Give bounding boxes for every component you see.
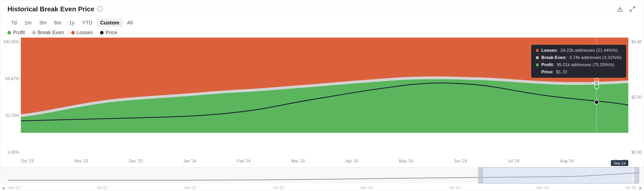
tooltip-breakeven-dot [536, 56, 539, 59]
filter-6m[interactable]: 6m [51, 19, 65, 27]
tooltip-profit-dot [536, 63, 539, 66]
tooltip-profit-value: 85.01k addresses (75.25%%) [557, 62, 614, 67]
legend-breakeven-label: Break Even [38, 30, 64, 36]
svg-point-12 [594, 100, 599, 104]
legend-losses: Losses [71, 30, 93, 36]
navigator-right-handle[interactable] [634, 167, 639, 184]
y-label-r-0: $0.00 [631, 150, 642, 155]
tooltip-price-row: Price: $1.70 [536, 70, 622, 75]
losses-dot [71, 31, 75, 34]
filter-custom[interactable]: Custom [97, 19, 123, 27]
scroll-right-arrow[interactable]: ▶ [639, 186, 642, 190]
x-label-dec23: Dec '23 [129, 159, 143, 163]
breakeven-dot [32, 31, 36, 34]
profit-dot [7, 31, 11, 34]
y-label-0: 0.00% [2, 150, 19, 155]
card-header: Historical Break Even Price i [0, 0, 644, 16]
y-label-r-2: $2.00 [631, 95, 642, 100]
x-label-oct23: Oct '23 [21, 159, 34, 163]
navigator-left-handle[interactable] [478, 167, 483, 184]
filter-ytd[interactable]: YTD [79, 19, 96, 27]
x-label-jul24: Jul '24 [508, 159, 519, 163]
svg-line-1 [633, 7, 635, 8]
x-label-jan24: Jan '24 [183, 159, 196, 163]
x-label-may24: May '24 [399, 159, 413, 163]
x-label-jun24: Jun '24 [454, 159, 467, 163]
legend-losses-label: Losses [77, 30, 93, 36]
tooltip-losses-dot [536, 49, 539, 52]
price-dot [100, 31, 104, 34]
scroll-left-arrow[interactable]: ◀ [2, 186, 5, 190]
main-chart-area[interactable]: 100.00% 66.67% 33.33% 0.00% $4.00 $2.00 … [0, 38, 644, 167]
filter-7d[interactable]: 7d [7, 19, 20, 27]
legend-price: Price [100, 30, 117, 36]
time-filter-row: 7d 1m 3m 6m 1y YTD Custom All [0, 16, 644, 29]
title-area: Historical Break Even Price i [7, 5, 103, 13]
legend-profit-label: Profit [13, 30, 25, 36]
x-label-nov23: Nov '23 [74, 159, 88, 163]
card-title: Historical Break Even Price [7, 5, 94, 13]
x-label-aug24: Aug '24 [560, 159, 574, 163]
y-axis-right: $4.00 $2.00 $0.00 [631, 38, 642, 157]
x-label-feb24: Feb '24 [237, 159, 251, 163]
legend-profit: Profit [7, 30, 25, 36]
y-label-66: 66.67% [2, 76, 19, 81]
tooltip-profit-label: Profit: [541, 62, 554, 67]
tooltip-losses-label: Losses: [541, 48, 558, 53]
y-axis-left: 100.00% 66.67% 33.33% 0.00% [0, 38, 21, 157]
download-button[interactable] [616, 5, 624, 13]
tooltip-profit-row: Profit: 85.01k addresses (75.25%%) [536, 62, 622, 67]
svg-point-11 [594, 84, 599, 89]
info-icon[interactable]: i [97, 6, 103, 12]
legend-row: Profit Break Even Losses Price [0, 29, 644, 38]
x-label-mar24: Mar '24 [291, 159, 305, 163]
navigator-area[interactable]: Jan '21 Jul '21 Jan '22 Jul '22 Jan '23 … [0, 167, 644, 191]
filter-1y[interactable]: 1y [66, 19, 78, 27]
tooltip-price-value: $1.70 [556, 70, 567, 75]
scroll-arrows: ◀ ▶ [0, 185, 644, 191]
filter-3m[interactable]: 3m [36, 19, 50, 27]
legend-breakeven: Break Even [32, 30, 64, 36]
card-actions [616, 5, 637, 13]
filter-all[interactable]: All [123, 19, 136, 27]
svg-line-2 [630, 10, 632, 11]
x-label-apr24: Apr '24 [345, 159, 358, 163]
date-badge: Sep 24 [611, 160, 628, 166]
y-label-33: 33.33% [2, 113, 19, 118]
tooltip-price-label: Price: [541, 70, 554, 75]
filter-1m[interactable]: 1m [21, 19, 35, 27]
tooltip: Losses: 24.22k addresses (21.44%%) Break… [531, 45, 626, 78]
y-label-r-4: $4.00 [631, 40, 642, 44]
tooltip-breakeven-row: Break Even: 3.74k addresses (3.31%%) [536, 55, 622, 60]
tooltip-breakeven-value: 3.74k addresses (3.31%%) [569, 55, 622, 60]
legend-price-label: Price [105, 30, 117, 36]
tooltip-breakeven-label: Break Even: [541, 55, 567, 60]
navigator-selection [478, 167, 639, 184]
tooltip-losses-row: Losses: 24.22k addresses (21.44%%) [536, 48, 622, 53]
expand-button[interactable] [628, 5, 637, 13]
y-label-100: 100.00% [2, 40, 19, 44]
historical-break-even-card: Historical Break Even Price i [0, 0, 644, 191]
x-axis-labels: Oct '23 Nov '23 Dec '23 Jan '24 Feb '24 … [21, 156, 628, 166]
time-filters: 7d 1m 3m 6m 1y YTD Custom All [7, 19, 136, 27]
tooltip-losses-value: 24.22k addresses (21.44%%) [560, 48, 618, 53]
